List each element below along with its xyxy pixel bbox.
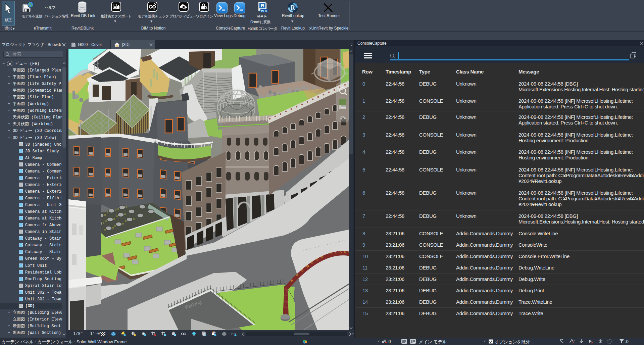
svg-text:A: A <box>340 250 342 253</box>
svg-text:RFA: RFA <box>261 9 267 12</box>
svg-text:C: C <box>344 250 347 253</box>
svg-text:L: L <box>335 251 337 254</box>
svg-text:P: P <box>330 251 333 255</box>
svg-text:R: R <box>291 4 295 11</box>
svg-text:R: R <box>261 3 264 8</box>
